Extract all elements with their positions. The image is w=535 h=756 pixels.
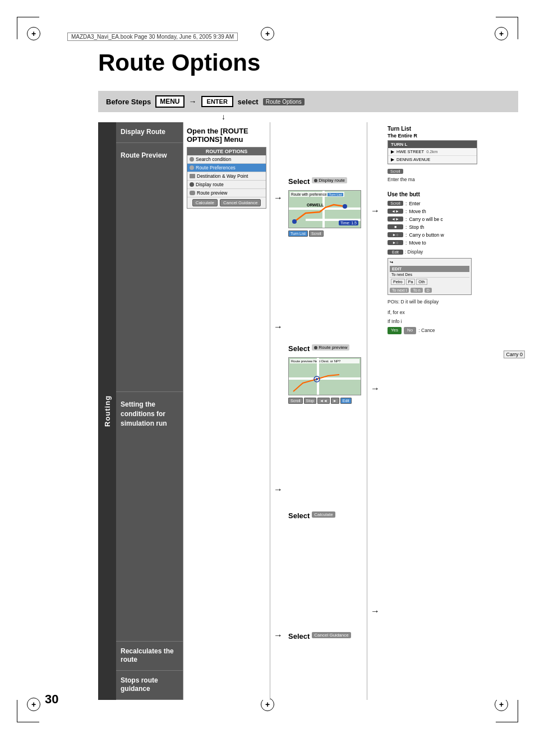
edit-footer-3[interactable]: D [425, 288, 432, 293]
info-text: If Info i [388, 318, 519, 325]
edit-footer-2[interactable]: To n [411, 288, 422, 293]
display-route-icon [314, 179, 317, 182]
reg-mark-tr [495, 27, 508, 40]
calculate-tag[interactable]: Calculate [312, 511, 335, 518]
carry3-desc: Move to [409, 240, 426, 246]
menu-button[interactable]: MENU [155, 95, 184, 108]
stop-icon: ■ [388, 224, 403, 229]
edit-item-2[interactable]: Pa [406, 279, 416, 285]
yes-no-row: Yes No : Cance [388, 327, 519, 334]
route-options-tag: Route Options [263, 98, 305, 105]
edit-footer-1[interactable]: To next t [390, 288, 409, 293]
menu-item-display-route[interactable]: Display route [187, 181, 266, 189]
edit-btn-icon: Edit [388, 250, 403, 255]
scroll-btn-1[interactable]: Scroll [309, 231, 324, 237]
recalc-text: If, for ex [388, 309, 519, 316]
section-recalculate[interactable]: Recalculates the route [116, 642, 183, 671]
btn-desc-scroll: Scroll : Enter [388, 201, 519, 207]
stop-btn[interactable]: Stop [304, 398, 316, 404]
road-icon-2: ▶ [391, 157, 394, 162]
poi-text: POIs: D it will be display [388, 298, 519, 306]
scroll-btn-2[interactable]: Scroll [288, 398, 303, 404]
select-label-2: Select [288, 344, 310, 353]
right-column: Turn List The Entire R TURN L ▶ HWE STRE… [383, 122, 524, 700]
turn-list-section: Turn List The Entire R TURN L ▶ HWE STRE… [388, 126, 519, 183]
carry2-icon: ►○ [388, 232, 403, 237]
arrow-3: → [274, 485, 283, 495]
arrow-2: → [274, 322, 283, 332]
reg-mark-tl [27, 27, 40, 40]
right-arrow-2: → [371, 384, 380, 394]
turn-list-row-1: ▶ HWE STREET 0.2km [388, 148, 477, 156]
route-preview-map: Route preview Next Dest. or NP? [288, 357, 361, 395]
instruction-title: Open the [ROUTE OPTIONS] Menu [187, 127, 266, 144]
edit-section: Edit : Display [388, 248, 519, 256]
reg-mark-bl [27, 698, 40, 711]
arrow-icon: → [189, 97, 197, 106]
turn-list-header: TURN L [388, 141, 477, 148]
display-route-select-row: Select Display route [288, 177, 365, 186]
instruction-block: Open the [ROUTE OPTIONS] Menu ROUTE OPTI… [187, 127, 266, 209]
edit-display-text: : Display [405, 249, 423, 255]
calculate-btn[interactable]: Calculate [192, 199, 218, 206]
enter-button[interactable]: ENTER [201, 96, 233, 107]
display-route-controls: Turn List Scroll [288, 231, 365, 237]
route-preview-select-block: Select Route preview Route preview Next … [288, 344, 365, 404]
yes-button[interactable]: Yes [388, 327, 402, 334]
enter-text: Enter the ma [388, 176, 519, 183]
section-display-route[interactable]: Display Route [116, 122, 183, 143]
use-buttons-section: Use the butt Scroll : Enter ◄► : Move th… [388, 191, 519, 334]
section-column: Display Route Route Preview Setting the … [116, 122, 183, 700]
turn-list-btn[interactable]: Turn List [288, 231, 308, 237]
scroll-desc: Enter [409, 201, 420, 207]
instructions-column: Open the [ROUTE OPTIONS] Menu ROUTE OPTI… [183, 122, 270, 700]
prev-btn[interactable]: ◄◄ [317, 398, 330, 404]
reg-mark-mt [261, 27, 274, 40]
turn-list-section-title: Turn List [388, 126, 519, 132]
menu-item-search[interactable]: Search condition [187, 155, 266, 164]
edit-item-1[interactable]: Petro [391, 279, 405, 285]
route-preview-select-row: Select Route preview [288, 344, 365, 353]
next-btn[interactable]: ► [331, 398, 339, 404]
routing-sidebar: Routing [98, 122, 116, 700]
dist-1: 0.2km [426, 149, 443, 154]
cancel-guidance-btn[interactable]: Cancel Guidance [220, 199, 261, 206]
calculate-select-row: Select Calculate [288, 511, 365, 520]
edit-item-3[interactable]: Oth [416, 279, 427, 285]
cancel-guidance-select-row: Select Cancel Guidance [288, 632, 365, 640]
page-number: 30 [45, 692, 58, 707]
section-simulation[interactable]: Setting the conditions for simulation ru… [116, 392, 183, 642]
right-arrow-1: → [371, 206, 380, 216]
section-route-preview[interactable]: Route Preview [116, 143, 183, 393]
right-arrows: → → → [367, 122, 383, 700]
scroll-button[interactable]: Scroll [388, 169, 403, 174]
route-preview-tag[interactable]: Route preview [312, 344, 349, 351]
arrow-1: → [274, 193, 283, 203]
edit-sub-header: To next Des [390, 272, 469, 278]
display-route-tag[interactable]: Display route [312, 177, 347, 183]
select-label-4: Select [288, 632, 310, 640]
route-preview-controls: Scroll Stop ◄◄ ► Edit [288, 398, 365, 404]
section-stops-guidance[interactable]: Stops route guidance [116, 671, 183, 700]
cancel-guidance-tag[interactable]: Cancel Guidance [312, 632, 350, 638]
route-pref-label: Route with preference Turn List [290, 192, 344, 197]
carry3-icon: ►○ [388, 240, 403, 245]
edit-box-label: ↪ [390, 260, 469, 265]
edit-btn[interactable]: Edit [340, 398, 352, 404]
route-options-menu-header: ROUTE OPTIONS [187, 147, 266, 155]
stop-desc: Stop th [409, 224, 424, 231]
btn-desc-stop: ■ : Stop th [388, 224, 519, 231]
menu-item-preferences[interactable]: Route Preferences [187, 164, 266, 172]
no-button[interactable]: No [404, 327, 416, 334]
carry1-desc: Carry o will be c [409, 216, 442, 223]
btn-desc-carry3: ►○ : Move to [388, 240, 519, 246]
svg-point-1 [343, 204, 347, 209]
move-icon: ◄► [388, 209, 403, 214]
menu-item-destination[interactable]: Destination & Way Point [187, 172, 266, 181]
btn-desc-move: ◄► : Move th [388, 209, 519, 215]
menu-item-route-preview[interactable]: Route preview [187, 189, 266, 197]
page-title: Route Options [98, 49, 260, 76]
before-steps-label: Before Steps [106, 98, 151, 106]
edit-box: ↪ EDIT To next Des Petro Pa Oth To next … [388, 258, 472, 295]
turn-list-row-2: ▶ DENNIS AVENUE [388, 156, 477, 164]
